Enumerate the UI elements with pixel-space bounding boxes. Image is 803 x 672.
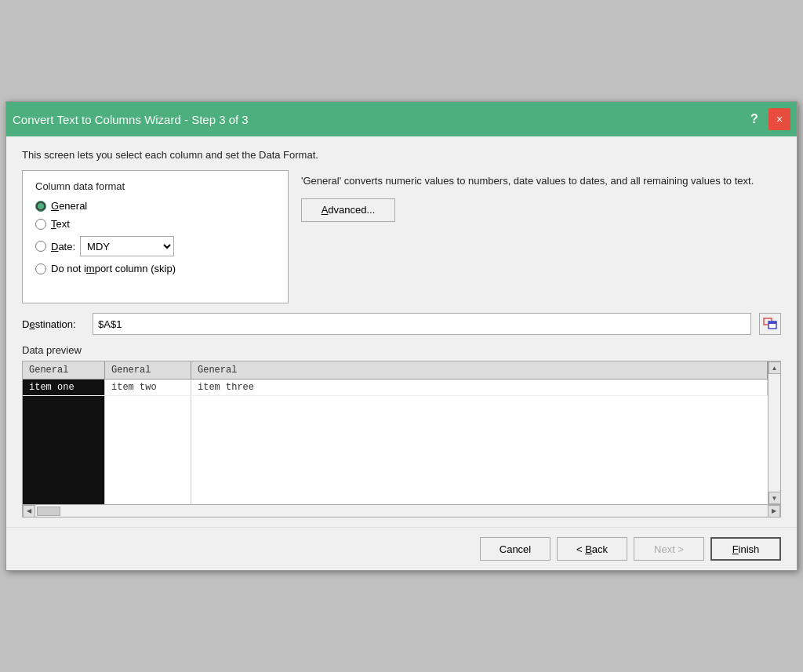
radio-group: General Text Date: MDY DMY YMD MYD (35, 200, 275, 274)
back-button[interactable]: < Back (557, 537, 627, 561)
data-preview-section: Data preview General General General (22, 344, 781, 518)
preview-cell-1-2: item two (105, 380, 191, 395)
preview-cell-1-3: item three (191, 380, 768, 395)
radio-general-label: General (51, 200, 87, 212)
preview-container: General General General item one item tw… (22, 361, 781, 518)
back-label: < Back (576, 543, 608, 555)
scroll-right-arrow[interactable]: ▶ (768, 505, 780, 518)
scroll-left-arrow[interactable]: ◀ (23, 505, 35, 518)
destination-collapse-button[interactable] (759, 313, 781, 335)
dialog-window: Convert Text to Columns Wizard - Step 3 … (5, 101, 798, 571)
table-row: item one item two item three (23, 380, 768, 396)
dialog-title: Convert Text to Columns Wizard - Step 3 … (13, 113, 249, 126)
column-format-box: Column data format General Text Date: (22, 170, 289, 303)
preview-cell-1-1: item one (23, 380, 105, 395)
preview-header-col2: General (105, 361, 191, 379)
preview-table-body: item one item two item three (23, 380, 768, 504)
title-bar-right: ? × (743, 108, 790, 130)
top-section: Column data format General Text Date: (22, 170, 781, 303)
radio-general[interactable]: General (35, 200, 275, 212)
radio-general-input[interactable] (35, 201, 46, 212)
close-button[interactable]: × (768, 108, 790, 130)
date-format-select[interactable]: MDY DMY YMD MYD DYM YDM (80, 236, 174, 256)
radio-skip-label: Do not import column (skip) (51, 263, 176, 274)
preview-header-col1: General (23, 361, 105, 379)
radio-skip[interactable]: Do not import column (skip) (35, 263, 275, 274)
radio-date-label: Date: (51, 241, 75, 252)
title-bar: Convert Text to Columns Wizard - Step 3 … (6, 102, 797, 136)
scroll-track (768, 374, 780, 492)
destination-row: Destination: (22, 313, 781, 335)
svg-rect-2 (768, 321, 776, 324)
next-button[interactable]: Next > (634, 537, 704, 561)
intro-text: This screen lets you select each column … (22, 149, 781, 161)
general-description: 'General' converts numeric values to num… (301, 173, 781, 189)
collapse-icon (763, 318, 777, 330)
preview-header-col3: General (191, 361, 768, 379)
preview-table-head: General General General (23, 361, 768, 380)
general-info-box: 'General' converts numeric values to num… (301, 170, 781, 222)
scroll-h-thumb[interactable] (37, 507, 60, 516)
cancel-button[interactable]: Cancel (480, 537, 550, 561)
destination-label: Destination: (22, 318, 85, 330)
preview-table-wrapper: General General General item one item tw… (23, 361, 768, 504)
advanced-button[interactable]: Advanced... (301, 198, 395, 222)
data-preview-label: Data preview (22, 344, 781, 356)
destination-input[interactable] (93, 313, 751, 335)
radio-text[interactable]: Text (35, 218, 275, 230)
vertical-scrollbar[interactable]: ▲ ▼ (768, 361, 780, 504)
radio-skip-input[interactable] (35, 263, 46, 274)
dialog-body: This screen lets you select each column … (6, 136, 797, 527)
advanced-label: Advanced... (322, 204, 376, 216)
finish-label: Finish (732, 543, 760, 555)
radio-text-label: Text (51, 218, 70, 230)
footer: Cancel < Back Next > Finish (6, 527, 797, 570)
radio-date[interactable]: Date: MDY DMY YMD MYD DYM YDM (35, 236, 275, 256)
radio-date-input[interactable] (35, 241, 46, 252)
help-button[interactable]: ? (743, 108, 765, 130)
scroll-down-arrow[interactable]: ▼ (768, 492, 781, 504)
horizontal-scrollbar[interactable]: ◀ ▶ (23, 504, 780, 517)
radio-text-input[interactable] (35, 219, 46, 230)
finish-button[interactable]: Finish (710, 537, 781, 561)
column-format-title: Column data format (35, 180, 275, 192)
title-bar-left: Convert Text to Columns Wizard - Step 3 … (13, 113, 249, 126)
scroll-up-arrow[interactable]: ▲ (768, 361, 781, 374)
